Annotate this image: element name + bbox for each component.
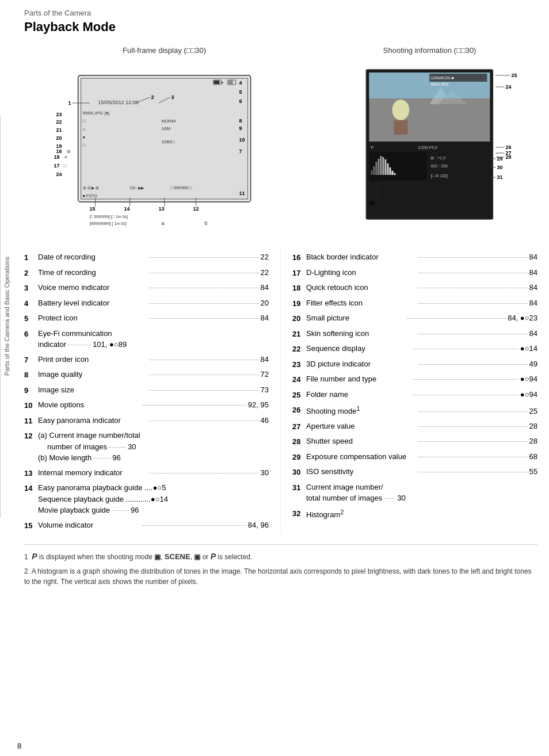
svg-text:24: 24 [56,171,62,177]
svg-rect-91 [392,171,394,175]
items-grid: 1 Date of recording 22 2 Time of recordi… [24,250,537,533]
list-item: 11 Easy panorama indicator 46 [24,413,269,429]
list-item: 5 Protect icon 84 [24,311,269,326]
svg-rect-85 [378,159,380,175]
svg-text:29: 29 [497,156,503,162]
list-item: 24 File number and type ●○94 [292,372,537,387]
footnote-2: 2 A histogram is a graph showing the dis… [24,566,537,587]
list-item: 3 Voice memo indicator 84 [24,280,269,296]
svg-text:1/250    F5.6: 1/250 F5.6 [418,146,438,150]
svg-text:18: 18 [54,154,60,160]
shooting-info-diagram: 25 100NIKON ■ 0004.JPG 24 P 1/250 F5.6 [322,58,537,232]
svg-text:[□ 999/999]  [□ 1m 0s]: [□ 999/999] [□ 1m 0s] [90,215,128,219]
svg-text:13: 13 [159,206,165,212]
list-item: 14 Easy panorama playback guide ....●○5 … [24,480,269,518]
svg-text:100NIKON ■: 100NIKON ■ [431,76,454,80]
svg-text:9999.JPG [♦]: 9999.JPG [♦] [83,110,109,116]
svg-text:2: 2 [151,94,154,100]
list-item: 9 Image size 73 [24,383,269,398]
svg-text:20: 20 [56,135,62,141]
list-item: 10 Movie options 92, 95 [24,398,269,413]
svg-rect-84 [376,162,378,175]
list-item: 12 (a) Current image number/total number… [24,428,269,465]
left-camera-diagram: 15/05/2012 12:00 1 2 3 [24,58,304,231]
list-item: 25 Folder name ●○94 [292,387,537,403]
svg-text:□: □ [83,119,86,124]
svg-rect-82 [371,170,373,175]
svg-rect-92 [394,173,396,175]
list-item: 13 Internal memory indicator 30 [24,465,269,481]
list-item: 31 Current image number/ total number of… [292,480,537,506]
section-title: Parts of the Camera [24,9,537,17]
page-number: 8 [17,742,21,750]
svg-text:31: 31 [497,174,503,180]
svg-text:32: 32 [369,200,375,206]
svg-point-60 [392,100,410,120]
svg-rect-86 [380,156,382,175]
svg-rect-10 [222,82,223,83]
svg-text:b: b [205,220,208,226]
svg-text:[9999/9999]  [   1m 0s]: [9999/9999] [ 1m 0s] [90,222,127,226]
svg-text:5: 5 [239,89,242,95]
right-column: 16 Black border indicator 84 17 D-Lighti… [281,250,537,533]
list-item: 32 Histogram2 [292,506,537,522]
svg-text:14: 14 [124,206,130,212]
svg-text:4: 4 [239,80,242,86]
svg-text:7: 7 [239,148,242,154]
list-item: 15 Volume indicator 84, 96 [24,518,269,533]
svg-rect-83 [373,166,375,175]
svg-text:●: ● [83,135,86,140]
svg-text:[□  4/  132]: [□ 4/ 132] [431,174,448,178]
svg-text:0004.JPG: 0004.JPG [431,82,449,86]
right-diagram-title: Shooting information (□□30) [322,46,537,55]
svg-rect-89 [387,163,389,175]
svg-text:1080□: 1080□ [162,139,175,144]
svg-text:15: 15 [90,206,96,212]
list-item: 23 3D picture indicator 49 [292,357,537,372]
svg-text:ISO :  200: ISO : 200 [431,164,448,168]
list-item: 27 Aperture value 28 [292,419,537,434]
svg-text:1: 1 [68,100,71,106]
svg-rect-1 [81,78,248,199]
svg-text:30: 30 [497,165,503,170]
svg-text:25: 25 [512,72,517,78]
list-item: 29 Exposure compensation value 68 [292,449,537,465]
list-item: 20 Small picture 84, ●○23 [292,311,537,326]
svg-text:OK: ▶▶: OK: ▶▶ [130,186,144,190]
sidebar-label: Parts of the Camera and Basic Operations [0,115,13,518]
list-item: 28 Shutter speed 28 [292,434,537,449]
svg-rect-88 [385,159,387,175]
svg-text:23: 23 [56,112,62,117]
list-item: 16 Black border indicator 84 [292,250,537,265]
list-item: 8 Image quality 72 [24,367,269,383]
footnote-1: 1 P is displayed when the shooting mode … [24,551,537,563]
list-item: 7 Print order icon 84 [24,352,269,368]
svg-text:22: 22 [56,119,62,125]
svg-text:3: 3 [171,94,174,100]
list-item: 17 D-Lighting icon 84 [292,265,537,281]
svg-text:11: 11 [239,190,245,196]
svg-text:21: 21 [56,127,62,133]
svg-text:□: □ [64,163,67,169]
shooting-info-svg: 25 100NIKON ■ 0004.JPG 24 P 1/250 F5.6 [322,58,537,231]
svg-text:24: 24 [506,84,512,90]
svg-text:6: 6 [239,98,242,104]
list-item: 19 Filter effects icon 84 [292,296,537,311]
svg-text:12: 12 [193,206,199,212]
svg-text:✕: ✕ [64,155,68,160]
svg-text:16M: 16M [162,126,171,131]
svg-text:P: P [371,146,374,150]
svg-text:26: 26 [506,144,512,150]
list-item: 22 Sequence display ●○14 [292,341,537,357]
svg-text:16: 16 [56,148,62,154]
footnotes-section: 1 P is displayed when the shooting mode … [24,544,537,587]
svg-rect-87 [383,157,384,175]
svg-text:10: 10 [239,137,245,143]
svg-rect-13 [228,81,233,84]
list-item: 2 Time of recording 22 [24,265,269,281]
list-item: 6 Eye-Fi communicationindicator101, ●○89 [24,326,269,352]
left-column: 1 Date of recording 22 2 Time of recordi… [24,250,281,533]
svg-text:8: 8 [239,118,242,124]
list-item: 21 Skin softening icon 84 [292,326,537,342]
camera-diagram-svg: 15/05/2012 12:00 1 2 3 [24,58,304,231]
